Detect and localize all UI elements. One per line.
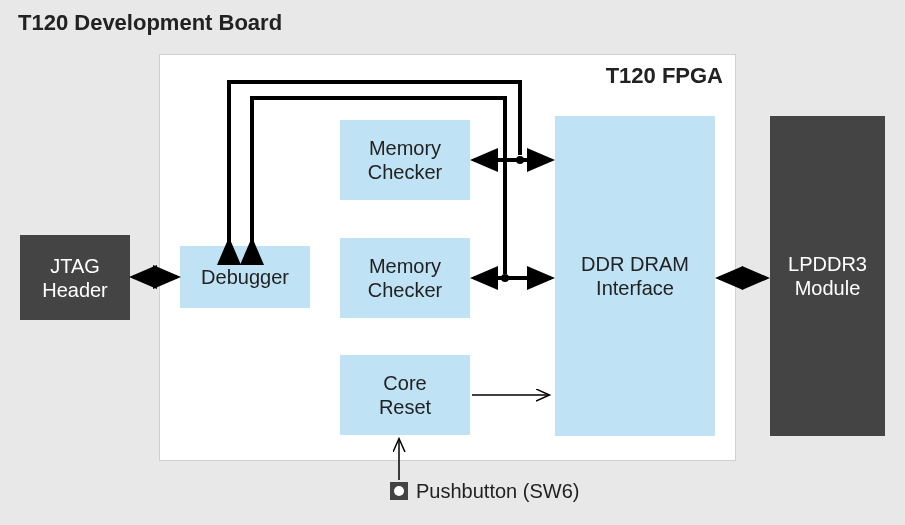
block-ddr-interface: DDR DRAMInterface: [555, 116, 715, 436]
block-jtag-header-label: JTAGHeader: [42, 254, 108, 302]
block-core-reset-label: CoreReset: [379, 371, 431, 419]
block-memory-checker-1-label: MemoryChecker: [368, 136, 442, 184]
fpga-title: T120 FPGA: [606, 63, 723, 89]
block-jtag-header: JTAGHeader: [20, 235, 130, 320]
block-lpddr3-module-label: LPDDR3Module: [788, 252, 867, 300]
block-lpddr3-module: LPDDR3Module: [770, 116, 885, 436]
pushbutton-label: Pushbutton (SW6): [416, 480, 579, 503]
board-title: T120 Development Board: [18, 10, 282, 36]
diagram-stage: T120 Development Board T120 FPGA JTAGHea…: [0, 0, 905, 525]
block-ddr-interface-label: DDR DRAMInterface: [581, 252, 689, 300]
pushbutton-icon: [390, 482, 408, 500]
block-debugger-label: Debugger: [201, 265, 289, 289]
block-memory-checker-2-label: MemoryChecker: [368, 254, 442, 302]
block-memory-checker-2: MemoryChecker: [340, 238, 470, 318]
block-core-reset: CoreReset: [340, 355, 470, 435]
block-memory-checker-1: MemoryChecker: [340, 120, 470, 200]
block-debugger: Debugger: [180, 246, 310, 308]
